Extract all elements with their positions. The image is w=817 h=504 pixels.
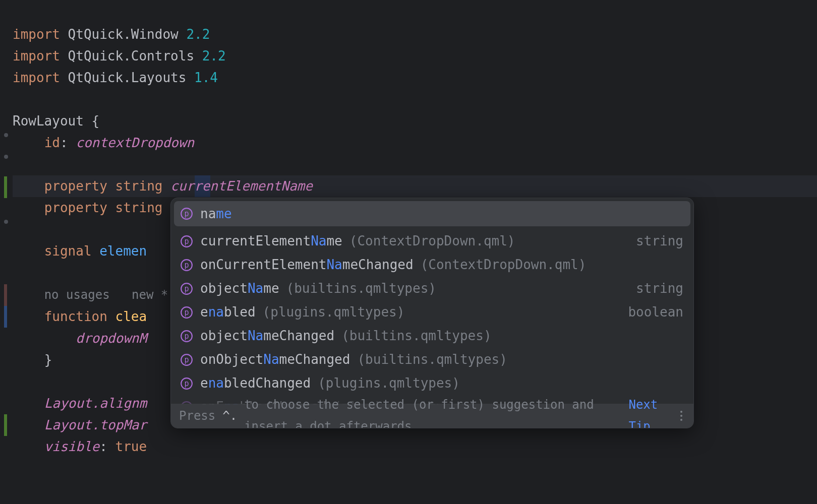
identifier: dropdownM bbox=[76, 331, 147, 346]
completion-label: onObjectNameChanged bbox=[200, 349, 350, 370]
completion-label: name bbox=[200, 203, 232, 225]
keyword: import bbox=[13, 27, 60, 42]
svg-text:p: p bbox=[184, 284, 189, 293]
keyword: property bbox=[44, 200, 107, 215]
completion-label: objectNameChanged bbox=[200, 325, 334, 347]
keyword: import bbox=[13, 70, 60, 85]
property-icon: p bbox=[180, 259, 193, 272]
hint-shortcut: ^. bbox=[222, 405, 237, 427]
signal-name: elemen bbox=[99, 243, 147, 259]
type: string bbox=[115, 200, 163, 215]
completion-label: enabledChanged bbox=[200, 372, 311, 394]
version: 2.2 bbox=[186, 27, 210, 42]
more-icon[interactable] bbox=[677, 411, 685, 421]
module: QtQuick.Layouts bbox=[68, 70, 187, 85]
type: string bbox=[115, 178, 163, 194]
property-icon: p bbox=[180, 235, 193, 248]
type: RowLayout { bbox=[13, 113, 99, 129]
svg-text:p: p bbox=[184, 379, 189, 388]
brace: } bbox=[44, 352, 52, 367]
property-icon: p bbox=[180, 330, 193, 343]
svg-text:p: p bbox=[184, 261, 189, 270]
hint-text-pre: Press bbox=[179, 405, 215, 427]
hint-text-post: to choose the selected (or first) sugges… bbox=[244, 394, 614, 428]
completion-source: (ContextDropDown.qml) bbox=[349, 230, 515, 252]
completion-label: onCurrentElementNameChanged bbox=[200, 254, 414, 276]
completion-item[interactable]: ponObjectNameChanged(builtins.qmltypes) bbox=[171, 348, 693, 371]
completion-label: enabled bbox=[200, 301, 256, 323]
next-tip-link[interactable]: Next Tip bbox=[628, 394, 670, 428]
completion-list[interactable]: pnamepcurrentElementName(ContextDropDown… bbox=[171, 198, 693, 405]
prop: Layout.alignm bbox=[44, 396, 147, 411]
completion-item[interactable]: pobjectNameChanged(builtins.qmltypes) bbox=[171, 324, 693, 348]
completion-source: (builtins.qmltypes) bbox=[286, 278, 436, 299]
keyword: signal bbox=[44, 243, 92, 259]
completion-source: (builtins.qmltypes) bbox=[357, 349, 507, 370]
function-name: clea bbox=[115, 309, 147, 324]
svg-text:p: p bbox=[184, 237, 189, 246]
prop: visible bbox=[44, 439, 100, 454]
prop: Layout.topMar bbox=[44, 417, 147, 432]
property-icon: p bbox=[180, 282, 193, 295]
completion-item[interactable]: pobjectName(builtins.qmltypes)string bbox=[171, 277, 693, 300]
keyword: function bbox=[44, 309, 107, 324]
property-icon: p bbox=[180, 353, 193, 366]
completion-item[interactable]: penabled(plugins.qmltypes)boolean bbox=[171, 300, 693, 324]
svg-text:p: p bbox=[184, 209, 189, 218]
completion-source: (ContextDropDown.qml) bbox=[421, 254, 587, 276]
completion-source: (plugins.qmltypes) bbox=[263, 301, 405, 323]
module: QtQuick.Window bbox=[68, 27, 179, 42]
inline-hint: no usages new * bbox=[44, 288, 168, 302]
completion-source: (plugins.qmltypes) bbox=[318, 372, 460, 394]
module: QtQuick.Controls bbox=[68, 48, 194, 64]
svg-text:p: p bbox=[184, 355, 189, 364]
svg-text:p: p bbox=[184, 308, 189, 317]
completion-item[interactable]: penabledChanged(plugins.qmltypes) bbox=[171, 371, 693, 395]
completion-label: objectName bbox=[200, 278, 279, 299]
version: 2.2 bbox=[202, 48, 226, 64]
property-icon: p bbox=[180, 207, 193, 220]
property-icon: p bbox=[180, 306, 193, 319]
completion-popup[interactable]: pnamepcurrentElementName(ContextDropDown… bbox=[170, 198, 694, 428]
svg-text:p: p bbox=[184, 332, 189, 341]
editor-gutter bbox=[0, 0, 13, 504]
completion-type: string bbox=[636, 278, 683, 299]
completion-source: (builtins.qmltypes) bbox=[341, 325, 491, 347]
completion-type: boolean bbox=[628, 301, 683, 323]
prop-id: id bbox=[44, 135, 60, 150]
completion-item[interactable]: pcurrentElementName(ContextDropDown.qml)… bbox=[171, 229, 693, 253]
completion-item[interactable]: pname bbox=[174, 201, 690, 226]
completion-type: string bbox=[636, 230, 683, 252]
version: 1.4 bbox=[194, 70, 218, 85]
property-icon: p bbox=[180, 377, 193, 390]
keyword: property bbox=[44, 178, 107, 194]
completion-hint-bar: Press ^. to choose the selected (or firs… bbox=[171, 404, 693, 428]
completion-label: currentElementName bbox=[200, 230, 342, 252]
value: true bbox=[115, 439, 147, 454]
keyword: import bbox=[13, 48, 60, 64]
prop-name: currentElementName bbox=[170, 178, 313, 194]
identifier: contextDropdown bbox=[76, 135, 194, 150]
completion-item[interactable]: ponCurrentElementNameChanged(ContextDrop… bbox=[171, 253, 693, 277]
